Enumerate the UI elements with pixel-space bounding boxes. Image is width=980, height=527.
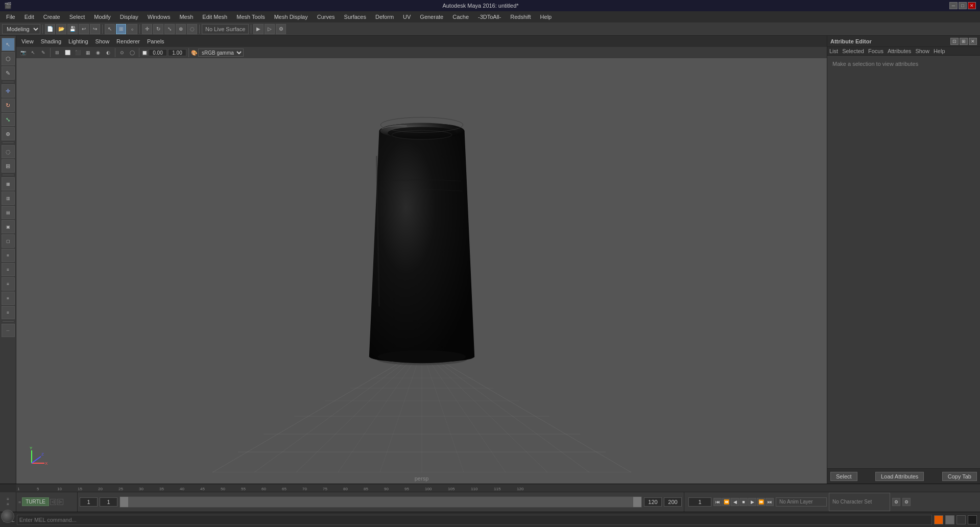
vp-select-btn[interactable]: ↖ xyxy=(29,49,38,57)
menu-modify[interactable]: Modify xyxy=(90,13,114,21)
viewport-menu-view[interactable]: View xyxy=(18,37,37,45)
menu-curves[interactable]: Curves xyxy=(313,13,339,21)
viewport-menu-shading[interactable]: Shading xyxy=(38,37,64,45)
mode-dropdown[interactable]: Modeling xyxy=(2,24,40,34)
menu-edit[interactable]: Edit xyxy=(20,13,38,21)
attr-select-button[interactable]: Select xyxy=(830,472,857,481)
frame-end-input[interactable] xyxy=(664,497,682,507)
attr-tab-focus[interactable]: Focus xyxy=(866,47,886,55)
menu-mesh-tools[interactable]: Mesh Tools xyxy=(232,13,269,21)
vp-coord-x[interactable] xyxy=(149,49,167,56)
misc-tool[interactable]: ··· xyxy=(2,324,15,337)
scale-button[interactable]: ⤡ xyxy=(164,24,175,34)
new-file-button[interactable]: 📄 xyxy=(45,24,55,34)
attr-load-button[interactable]: Load Attributes xyxy=(875,472,924,481)
lasso-tool[interactable]: ⬡ xyxy=(2,52,15,65)
color-swatch-dark[interactable] xyxy=(957,515,966,524)
ipr-render-button[interactable]: ▷ xyxy=(265,24,275,34)
save-file-button[interactable]: 💾 xyxy=(67,24,78,34)
menu-mesh-display[interactable]: Mesh Display xyxy=(270,13,312,21)
timeline-track-bar[interactable] xyxy=(119,496,642,508)
rotate-tool[interactable]: ↻ xyxy=(2,99,15,112)
attr-float-button[interactable]: ⊞ xyxy=(960,38,968,45)
close-button[interactable]: ✕ xyxy=(968,2,976,9)
menu-display[interactable]: Display xyxy=(116,13,142,21)
attr-tab-selected[interactable]: Selected xyxy=(840,47,866,55)
paint-tool[interactable]: ✎ xyxy=(2,66,15,80)
color-swatch-orange[interactable] xyxy=(934,515,943,524)
layer-10[interactable]: ≡ xyxy=(2,306,15,319)
menu-uv[interactable]: UV xyxy=(399,13,415,21)
attr-tab-list[interactable]: List xyxy=(827,47,840,55)
timeline-handle-right[interactable] xyxy=(633,497,641,507)
step-back-button[interactable]: ⏪ xyxy=(722,498,730,506)
vp-texture-btn[interactable]: ▦ xyxy=(83,49,92,57)
rotate-button[interactable]: ↻ xyxy=(153,24,163,34)
select-mode-button[interactable]: ⊞ xyxy=(116,24,126,34)
color-swatch-black[interactable] xyxy=(968,515,977,524)
vp-shadow-btn[interactable]: ◐ xyxy=(104,49,113,57)
timeline-prev-button[interactable]: ◁ xyxy=(50,499,56,505)
layer-9[interactable]: ≡ xyxy=(2,292,15,305)
vp-camera-btn[interactable]: 📷 xyxy=(18,49,28,57)
attr-dock-button[interactable]: ⊡ xyxy=(950,38,959,45)
select-button[interactable]: ↖ xyxy=(105,24,115,34)
layer-8[interactable]: ≡ xyxy=(2,277,15,291)
range-end-input[interactable] xyxy=(644,497,662,507)
viewport[interactable]: View Shading Lighting Show Renderer Pane… xyxy=(16,36,827,484)
vp-coord-y[interactable] xyxy=(168,49,186,56)
menu-redshift[interactable]: Redshift xyxy=(506,13,535,21)
scale-tool[interactable]: ⤡ xyxy=(2,113,15,126)
play-forward-button[interactable]: ▶ xyxy=(748,498,756,506)
select-tool[interactable]: ↖ xyxy=(2,38,15,51)
anim-layer-options-button[interactable]: ⚙ xyxy=(892,498,900,506)
go-to-start-button[interactable]: ⏮ xyxy=(713,498,722,506)
vp-paint-btn[interactable]: ✎ xyxy=(39,49,48,57)
turtle-button[interactable]: TURTLE xyxy=(22,497,49,506)
redo-button[interactable]: ↪ xyxy=(90,24,100,34)
vp-xray-btn[interactable]: ⊙ xyxy=(117,49,127,57)
viewport-menu-lighting[interactable]: Lighting xyxy=(65,37,91,45)
menu-create[interactable]: Create xyxy=(39,13,64,21)
frame-start-input[interactable] xyxy=(80,497,98,507)
attr-tab-show[interactable]: Show xyxy=(913,47,931,55)
color-swatch-gray[interactable] xyxy=(945,515,954,524)
vp-light-btn[interactable]: ◉ xyxy=(93,49,103,57)
viewport-3d[interactable]: X Y Z persp xyxy=(16,58,827,484)
anim-layer-display[interactable]: No Anim Layer xyxy=(776,497,827,507)
minimize-button[interactable]: ─ xyxy=(949,2,958,9)
layer-6[interactable]: ≡ xyxy=(2,249,15,262)
current-frame-input[interactable] xyxy=(688,497,711,507)
show-manip-tool[interactable]: ⊞ xyxy=(2,159,15,173)
layer-2[interactable]: ▥ xyxy=(2,191,15,205)
menu-file[interactable]: File xyxy=(2,13,19,21)
attr-tab-attributes[interactable]: Attributes xyxy=(886,47,913,55)
command-input[interactable] xyxy=(17,515,932,525)
menu-select[interactable]: Select xyxy=(65,13,89,21)
attr-copy-tab-button[interactable]: Copy Tab xyxy=(942,472,977,481)
universal-manip-button[interactable]: ⊕ xyxy=(176,24,186,34)
vp-grid-btn[interactable]: ⊞ xyxy=(53,49,62,57)
viewport-menu-panels[interactable]: Panels xyxy=(144,37,168,45)
combined-tool[interactable]: ⊕ xyxy=(2,127,15,140)
menu-mesh[interactable]: Mesh xyxy=(175,13,197,21)
step-forward-button[interactable]: ⏩ xyxy=(757,498,765,506)
character-set-options-button[interactable]: ⚙ xyxy=(902,498,911,506)
attr-tab-help[interactable]: Help xyxy=(931,47,947,55)
soft-select-tool[interactable]: ◌ xyxy=(2,145,15,158)
menu-cache[interactable]: Cache xyxy=(448,13,473,21)
character-set-display[interactable]: No Character Set xyxy=(829,493,890,511)
soft-modify-button[interactable]: ◌ xyxy=(187,24,197,34)
layer-5[interactable]: ▢ xyxy=(2,234,15,248)
open-file-button[interactable]: 📂 xyxy=(56,24,66,34)
no-live-surface[interactable]: No Live Surface xyxy=(202,24,249,34)
move-button[interactable]: ✛ xyxy=(142,24,152,34)
stop-button[interactable]: ■ xyxy=(739,498,748,506)
menu-help[interactable]: Help xyxy=(536,13,556,21)
play-back-button[interactable]: ◀ xyxy=(731,498,739,506)
vp-isolate-btn[interactable]: ◯ xyxy=(128,49,137,57)
range-start-input[interactable] xyxy=(100,497,117,507)
timeline-next-button[interactable]: ▷ xyxy=(57,499,63,505)
lasso-button[interactable]: ⬦ xyxy=(127,24,137,34)
vp-wireframe-btn[interactable]: ⬜ xyxy=(63,49,72,57)
